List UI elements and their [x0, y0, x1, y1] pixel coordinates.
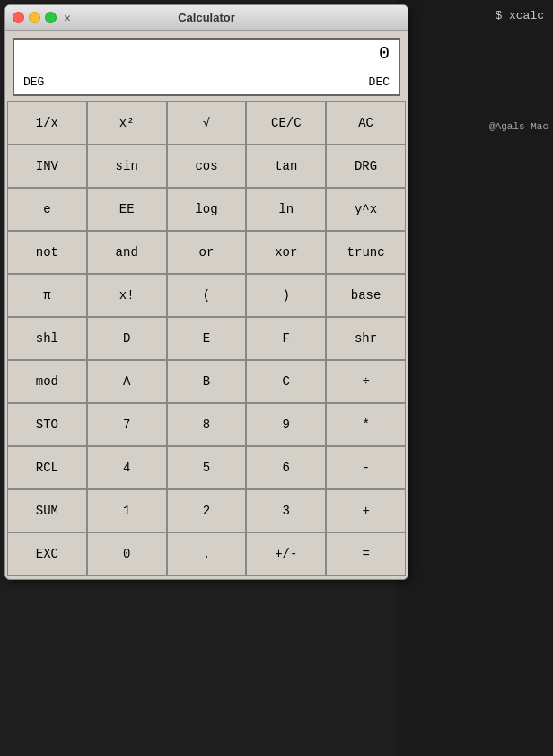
btn-truncate[interactable]: trunc — [326, 231, 406, 274]
btn-cosine[interactable]: cos — [167, 145, 247, 188]
btn-xor[interactable]: xor — [246, 231, 326, 274]
btn-square[interactable]: x² — [87, 101, 167, 145]
terminal-command: $ xcalc — [495, 9, 544, 22]
terminal-session: @Agals Mac — [489, 121, 549, 132]
btn-euler[interactable]: e — [7, 188, 87, 231]
btn-four[interactable]: 4 — [87, 446, 167, 489]
button-row-0: 1/xx²√CE/CAC — [7, 101, 406, 145]
button-row-5: shlDEFshr — [7, 317, 406, 360]
btn-store[interactable]: STO — [7, 403, 87, 446]
btn-eight[interactable]: 8 — [167, 403, 247, 446]
btn-seven[interactable]: 7 — [87, 403, 167, 446]
btn-reciprocal[interactable]: 1/x — [7, 101, 87, 145]
btn-factorial[interactable]: x! — [87, 274, 167, 317]
btn-exchange[interactable]: EXC — [7, 532, 87, 576]
terminal-background: $ xcalc @Agals Mac — [396, 0, 553, 756]
calculator-display: 0 DEG DEC — [13, 38, 400, 96]
close-button[interactable] — [13, 12, 24, 23]
btn-sine[interactable]: sin — [87, 145, 167, 188]
btn-shift-right[interactable]: shr — [326, 317, 406, 360]
btn-add[interactable]: + — [326, 489, 406, 532]
display-modes: DEG DEC — [23, 75, 390, 89]
btn-multiply[interactable]: * — [326, 403, 406, 446]
btn-recall[interactable]: RCL — [7, 446, 87, 489]
button-row-10: EXC0.+/-= — [7, 532, 406, 576]
btn-drg[interactable]: DRG — [326, 145, 406, 188]
btn-three[interactable]: 3 — [246, 489, 326, 532]
button-row-6: modABC÷ — [7, 360, 406, 403]
btn-natural-log[interactable]: ln — [246, 188, 326, 231]
btn-and[interactable]: and — [87, 231, 167, 274]
btn-sum[interactable]: SUM — [7, 489, 87, 532]
minimize-button[interactable] — [29, 12, 40, 23]
window-controls — [13, 12, 57, 23]
btn-not[interactable]: not — [7, 231, 87, 274]
btn-hex-b[interactable]: B — [167, 360, 247, 403]
btn-two[interactable]: 2 — [167, 489, 247, 532]
btn-close-paren[interactable]: ) — [246, 274, 326, 317]
btn-hex-f[interactable]: F — [246, 317, 326, 360]
button-row-8: RCL456- — [7, 446, 406, 489]
button-row-7: STO789* — [7, 403, 406, 446]
btn-scientific-notation[interactable]: EE — [87, 188, 167, 231]
btn-subtract[interactable]: - — [326, 446, 406, 489]
btn-shift-left[interactable]: shl — [7, 317, 87, 360]
btn-clear-entry[interactable]: CE/C — [246, 101, 326, 145]
btn-six[interactable]: 6 — [246, 446, 326, 489]
btn-sqrt[interactable]: √ — [167, 101, 247, 145]
btn-zero[interactable]: 0 — [87, 532, 167, 576]
btn-tangent[interactable]: tan — [246, 145, 326, 188]
btn-negate[interactable]: +/- — [246, 532, 326, 576]
btn-divide[interactable]: ÷ — [326, 360, 406, 403]
btn-hex-e[interactable]: E — [167, 317, 247, 360]
title-bar: ✕ Calculator — [5, 5, 408, 31]
display-mode-number: DEC — [369, 75, 390, 89]
btn-open-paren[interactable]: ( — [167, 274, 247, 317]
btn-base[interactable]: base — [326, 274, 406, 317]
calculator-window: ✕ Calculator 0 DEG DEC 1/xx²√CE/CACINVsi… — [4, 4, 408, 580]
button-row-4: πx!()base — [7, 274, 406, 317]
btn-nine[interactable]: 9 — [246, 403, 326, 446]
button-row-2: eEEloglny^x — [7, 188, 406, 231]
button-row-1: INVsincostanDRG — [7, 145, 406, 188]
btn-equals[interactable]: = — [326, 532, 406, 576]
btn-log[interactable]: log — [167, 188, 247, 231]
btn-inverse[interactable]: INV — [7, 145, 87, 188]
buttons-area: 1/xx²√CE/CACINVsincostanDRGeEEloglny^xno… — [5, 101, 408, 579]
btn-one[interactable]: 1 — [87, 489, 167, 532]
btn-hex-a[interactable]: A — [87, 360, 167, 403]
btn-five[interactable]: 5 — [167, 446, 247, 489]
btn-decimal[interactable]: . — [167, 532, 247, 576]
btn-modulo[interactable]: mod — [7, 360, 87, 403]
display-mode-angle: DEG — [23, 75, 44, 89]
btn-hex-c[interactable]: C — [246, 360, 326, 403]
window-title: Calculator — [178, 11, 235, 24]
btn-all-clear[interactable]: AC — [326, 101, 406, 145]
button-row-3: notandorxortrunc — [7, 231, 406, 274]
button-row-9: SUM123+ — [7, 489, 406, 532]
window-icon: ✕ — [64, 11, 71, 25]
btn-hex-d[interactable]: D — [87, 317, 167, 360]
maximize-button[interactable] — [45, 12, 57, 23]
btn-pi[interactable]: π — [7, 274, 87, 317]
btn-power[interactable]: y^x — [326, 188, 406, 231]
display-value: 0 — [23, 45, 390, 63]
btn-or[interactable]: or — [167, 231, 247, 274]
